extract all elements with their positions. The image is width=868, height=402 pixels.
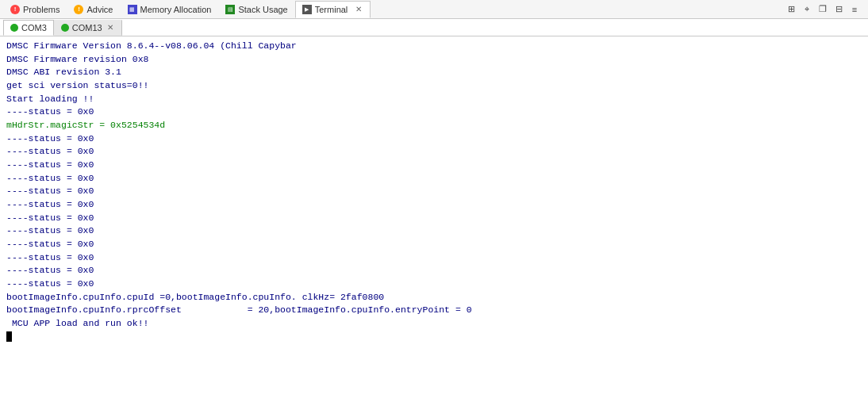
com3-icon bbox=[10, 24, 18, 32]
tab-terminal[interactable]: ▶ Terminal ✕ bbox=[295, 1, 371, 18]
terminal-line: ----status = 0x0 bbox=[6, 172, 862, 186]
terminal-line: ----status = 0x0 bbox=[6, 224, 862, 238]
memory-icon: ▦ bbox=[128, 5, 137, 14]
view-icon-5[interactable]: ≡ bbox=[847, 2, 862, 17]
com-tab-bar: COM3 COM13 ✕ bbox=[0, 19, 868, 36]
terminal-output[interactable]: DMSC Firmware Version 8.6.4--v08.06.04 (… bbox=[0, 36, 868, 402]
terminal-line: Start loading !! bbox=[6, 93, 862, 106]
terminal-line: DMSC ABI revision 3.1 bbox=[6, 66, 862, 79]
terminal-line: ----status = 0x0 bbox=[6, 185, 862, 198]
tab-problems-label: Problems bbox=[23, 5, 60, 14]
view-icon-2[interactable]: ⌖ bbox=[800, 2, 814, 17]
terminal-line: ----status = 0x0 bbox=[6, 198, 862, 212]
tab-com3-label: COM3 bbox=[21, 23, 47, 33]
terminal-line: ----status = 0x0 bbox=[6, 278, 862, 291]
stack-icon: ▤ bbox=[225, 5, 235, 14]
terminal-cursor-line bbox=[6, 331, 862, 344]
terminal-line: ----status = 0x0 bbox=[6, 159, 862, 172]
terminal-line: ----status = 0x0 bbox=[6, 132, 862, 146]
tab-com3[interactable]: COM3 bbox=[3, 20, 54, 36]
view-icon-3[interactable]: ❐ bbox=[816, 2, 830, 17]
terminal-line: mHdrStr.magicStr = 0x5254534d bbox=[6, 119, 862, 132]
problems-icon: ! bbox=[10, 5, 20, 14]
terminal-line: MCU APP load and run ok!! bbox=[6, 317, 862, 331]
tab-terminal-label: Terminal bbox=[315, 5, 348, 14]
tab-advice[interactable]: ! Advice bbox=[67, 1, 120, 18]
terminal-line: ----status = 0x0 bbox=[6, 145, 862, 159]
tab-memory-label: Memory Allocation bbox=[140, 5, 212, 14]
view-icon-1[interactable]: ⊞ bbox=[784, 2, 798, 17]
advice-icon: ! bbox=[74, 5, 83, 14]
tab-com13[interactable]: COM13 ✕ bbox=[54, 20, 122, 36]
terminal-line: get sci version status=0!! bbox=[6, 79, 862, 93]
terminal-icon: ▶ bbox=[302, 5, 312, 14]
top-right-toolbar: ⊞ ⌖ ❐ ⊟ ≡ bbox=[784, 2, 865, 17]
tab-stack-label: Stack Usage bbox=[238, 5, 287, 14]
terminal-line: ----status = 0x0 bbox=[6, 264, 862, 278]
com13-icon bbox=[61, 24, 69, 32]
tab-memory-allocation[interactable]: ▦ Memory Allocation bbox=[121, 1, 219, 18]
com13-close-button[interactable]: ✕ bbox=[106, 23, 115, 32]
terminal-line: ----status = 0x0 bbox=[6, 251, 862, 265]
tab-com13-label: COM13 bbox=[72, 23, 102, 33]
terminal-cursor bbox=[6, 331, 12, 342]
terminal-line: bootImageInfo.cpuInfo.cpuId =0,bootImage… bbox=[6, 291, 862, 304]
top-tab-bar: ! Problems ! Advice ▦ Memory Allocation … bbox=[0, 0, 868, 19]
tab-advice-label: Advice bbox=[86, 5, 113, 14]
view-icon-4[interactable]: ⊟ bbox=[832, 2, 846, 17]
terminal-line: DMSC Firmware revision 0x8 bbox=[6, 53, 862, 67]
tab-problems[interactable]: ! Problems bbox=[3, 1, 67, 18]
terminal-close-button[interactable]: ✕ bbox=[354, 5, 363, 13]
terminal-line: ----status = 0x0 bbox=[6, 212, 862, 225]
tab-stack-usage[interactable]: ▤ Stack Usage bbox=[218, 1, 294, 18]
terminal-line: ----status = 0x0 bbox=[6, 238, 862, 251]
terminal-line: bootImageInfo.cpuInfo.rprcOffset = 20,bo… bbox=[6, 304, 862, 317]
terminal-line: DMSC Firmware Version 8.6.4--v08.06.04 (… bbox=[6, 40, 862, 53]
terminal-line: ----status = 0x0 bbox=[6, 105, 862, 119]
